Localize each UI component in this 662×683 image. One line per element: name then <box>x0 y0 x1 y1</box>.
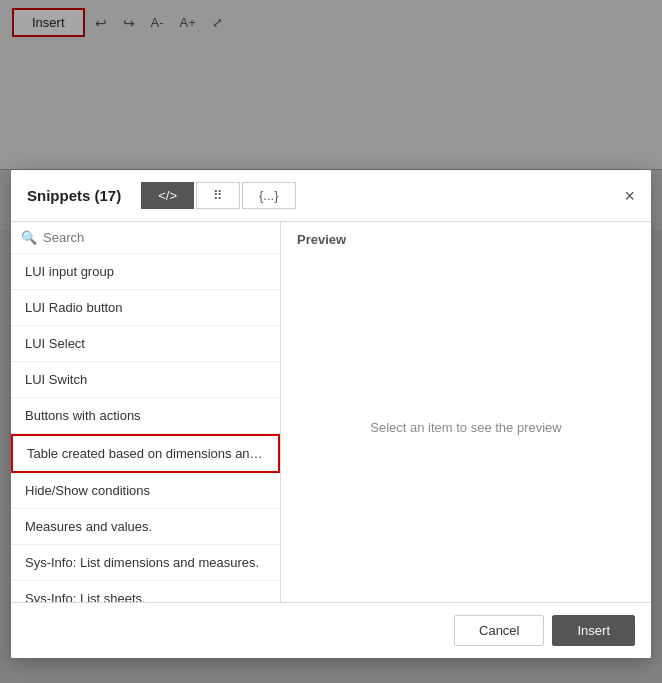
tab-data[interactable]: {...} <box>242 182 296 209</box>
tab-code[interactable]: </> <box>141 182 194 209</box>
modal-backdrop: Snippets (17) </> ⠿ {...} × 🔍 LUI input … <box>0 0 662 683</box>
right-panel: Preview Select an item to see the previe… <box>281 222 651 602</box>
snippet-list: LUI input group LUI Radio button LUI Sel… <box>11 254 280 602</box>
close-button[interactable]: × <box>624 187 635 205</box>
list-item[interactable]: Hide/Show conditions <box>11 473 280 509</box>
search-box: 🔍 <box>11 222 280 254</box>
tab-group: </> ⠿ {...} <box>141 182 295 209</box>
list-item[interactable]: LUI Radio button <box>11 290 280 326</box>
list-item[interactable]: LUI Switch <box>11 362 280 398</box>
confirm-insert-button[interactable]: Insert <box>552 615 635 646</box>
modal-footer: Cancel Insert <box>11 602 651 658</box>
left-panel: 🔍 LUI input group LUI Radio button LUI S… <box>11 222 281 602</box>
preview-label: Preview <box>281 222 651 253</box>
list-item[interactable]: LUI Select <box>11 326 280 362</box>
search-icon: 🔍 <box>21 230 37 245</box>
tab-layout[interactable]: ⠿ <box>196 182 240 209</box>
list-item[interactable]: Sys-Info: List dimensions and measures. <box>11 545 280 581</box>
modal-title: Snippets (17) <box>27 187 121 204</box>
list-item[interactable]: Measures and values. <box>11 509 280 545</box>
snippets-modal: Snippets (17) </> ⠿ {...} × 🔍 LUI input … <box>11 170 651 658</box>
list-item[interactable]: LUI input group <box>11 254 280 290</box>
list-item-highlighted[interactable]: Table created based on dimensions and m.… <box>11 434 280 473</box>
cancel-button[interactable]: Cancel <box>454 615 544 646</box>
preview-area: Select an item to see the preview <box>281 253 651 602</box>
list-item[interactable]: Buttons with actions <box>11 398 280 434</box>
modal-body: 🔍 LUI input group LUI Radio button LUI S… <box>11 222 651 602</box>
list-item[interactable]: Sys-Info: List sheets. <box>11 581 280 602</box>
modal-header: Snippets (17) </> ⠿ {...} × <box>11 170 651 222</box>
preview-empty-text: Select an item to see the preview <box>370 420 562 435</box>
search-input[interactable] <box>43 230 270 245</box>
